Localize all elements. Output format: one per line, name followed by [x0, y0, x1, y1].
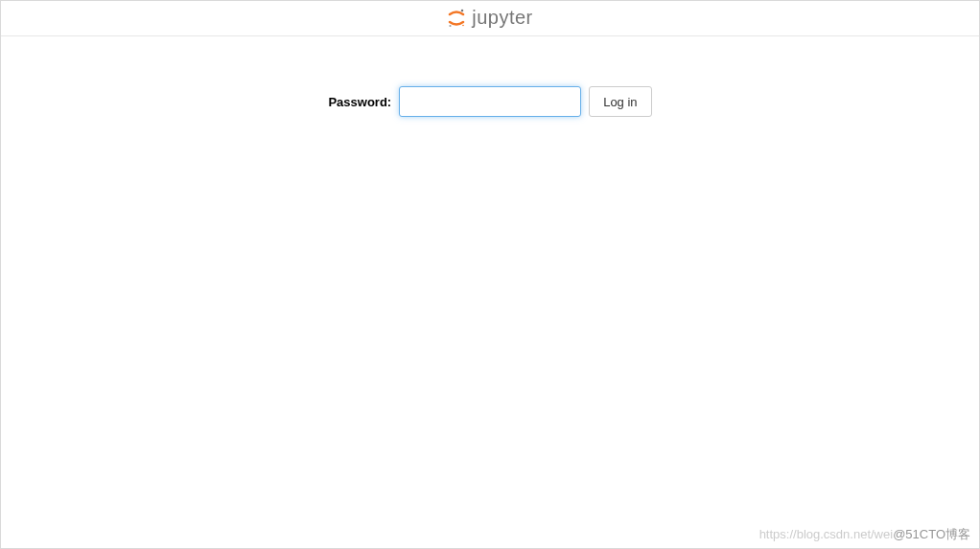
- watermark: https://blog.csdn.net/wei@51CTO博客: [759, 526, 970, 543]
- brand-text: jupyter: [472, 7, 533, 29]
- password-input[interactable]: [399, 86, 581, 117]
- password-label: Password:: [328, 95, 391, 109]
- login-form: Password: Log in: [328, 86, 651, 117]
- watermark-url: https://blog.csdn.net/wei: [759, 527, 893, 541]
- svg-point-0: [461, 9, 464, 11]
- watermark-brand: @51CTO博客: [893, 527, 970, 541]
- jupyter-logo-icon: [447, 9, 466, 28]
- logo: jupyter: [447, 7, 533, 29]
- login-button[interactable]: Log in: [589, 86, 651, 117]
- header: jupyter: [0, 0, 980, 36]
- svg-point-1: [450, 24, 452, 26]
- svg-point-2: [462, 24, 464, 26]
- login-area: Password: Log in: [0, 36, 980, 117]
